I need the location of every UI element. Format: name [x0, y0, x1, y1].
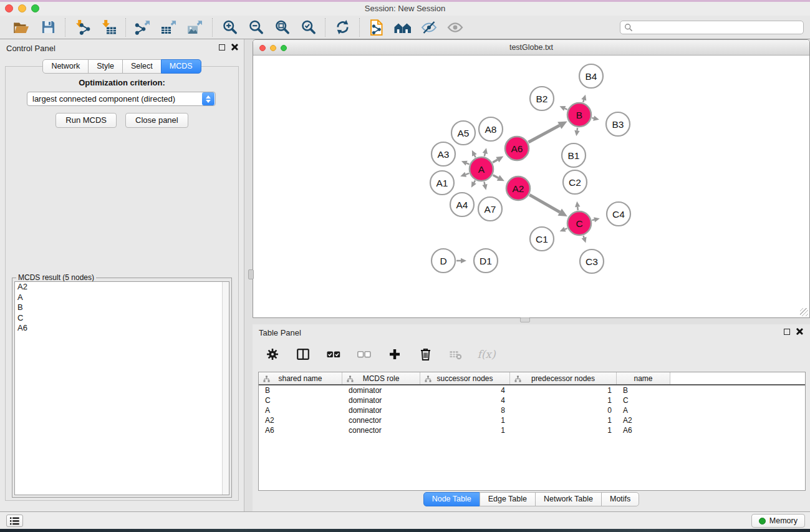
- table-cell[interactable]: A2: [617, 416, 670, 425]
- graph-edge-C-C1[interactable]: [565, 228, 567, 230]
- graph-node-D[interactable]: D: [432, 249, 455, 273]
- table-cell[interactable]: C: [617, 396, 670, 405]
- status-menu-button[interactable]: [6, 515, 23, 527]
- column-header-successor-nodes[interactable]: successor nodes: [420, 372, 510, 384]
- table-cell[interactable]: 8: [420, 406, 510, 415]
- table-cell[interactable]: A: [259, 406, 342, 415]
- save-session-icon[interactable]: [39, 19, 57, 36]
- horizontal-splitter-handle[interactable]: [520, 317, 530, 322]
- search-box[interactable]: [620, 21, 804, 34]
- column-header-predecessor-nodes[interactable]: predecessor nodes: [510, 372, 617, 384]
- add-row-icon[interactable]: [386, 346, 403, 363]
- refresh-icon[interactable]: [334, 19, 351, 36]
- tab-select[interactable]: Select: [122, 59, 162, 74]
- graph-edge-B-B4[interactable]: [583, 100, 584, 102]
- graph-node-C[interactable]: C: [567, 211, 591, 235]
- table-cell[interactable]: connector: [342, 426, 420, 435]
- graph-node-A8[interactable]: A8: [479, 117, 503, 141]
- graph-node-B3[interactable]: B3: [606, 112, 630, 136]
- graph-node-A4[interactable]: A4: [450, 193, 474, 216]
- table-cell[interactable]: A6: [617, 426, 670, 435]
- graph-node-C1[interactable]: C1: [530, 227, 554, 251]
- table-cell[interactable]: 1: [420, 416, 510, 425]
- table-cell[interactable]: 1: [510, 426, 617, 435]
- mcds-result-item[interactable]: C: [15, 313, 229, 324]
- graph-edge-A-A6[interactable]: [493, 160, 498, 162]
- graph-node-B2[interactable]: B2: [530, 87, 554, 110]
- network-graph[interactable]: AA1A2A3A4A5A6A7A8BB1B2B3B4CC1C2C3C4DD1: [253, 56, 809, 317]
- zoom-in-icon[interactable]: [221, 19, 238, 36]
- graph-node-A1[interactable]: A1: [430, 171, 454, 195]
- memory-button[interactable]: Memory: [751, 514, 805, 528]
- tab-edge-table[interactable]: Edge Table: [480, 492, 536, 506]
- table-cell[interactable]: 1: [510, 396, 617, 405]
- table-cell[interactable]: A6: [259, 426, 342, 435]
- graph-node-A6[interactable]: A6: [505, 137, 529, 160]
- import-network-icon[interactable]: [74, 19, 91, 36]
- column-layout-icon[interactable]: [294, 346, 312, 363]
- table-cell[interactable]: B: [617, 386, 670, 395]
- graph-node-B4[interactable]: B4: [579, 64, 603, 88]
- network-window-titlebar[interactable]: testGlobe.txt: [253, 40, 809, 56]
- mcds-result-list[interactable]: A2ABCA6: [14, 281, 229, 495]
- tab-mcds[interactable]: MCDS: [161, 59, 201, 74]
- table-row[interactable]: A6connector11A6: [259, 425, 805, 435]
- result-scrollbar[interactable]: [222, 282, 229, 495]
- export-table-icon[interactable]: [160, 19, 178, 36]
- graph-edge-A-A4[interactable]: [474, 180, 475, 182]
- table-cell[interactable]: connector: [342, 416, 420, 425]
- table-close-panel-icon[interactable]: [796, 328, 803, 335]
- tab-node-table[interactable]: Node Table: [423, 492, 480, 506]
- graph-edge-C-C3[interactable]: [584, 236, 584, 238]
- new-network-from-selection-icon[interactable]: [368, 19, 385, 36]
- column-header-name[interactable]: name: [617, 372, 670, 384]
- graph-edge-A-A5[interactable]: [475, 155, 476, 157]
- table-cell[interactable]: C: [259, 396, 342, 405]
- criterion-dropdown[interactable]: largest connected component (directed): [27, 92, 216, 106]
- table-cell[interactable]: A: [617, 406, 670, 415]
- table-row[interactable]: A2connector11A2: [259, 415, 805, 425]
- mcds-result-item[interactable]: A: [15, 293, 229, 303]
- tab-network-table[interactable]: Network Table: [535, 492, 602, 506]
- graph-edge-A2-C[interactable]: [529, 195, 560, 212]
- table-cell[interactable]: 0: [510, 406, 617, 415]
- table-cell[interactable]: B: [259, 386, 342, 395]
- table-cell[interactable]: dominator: [342, 396, 420, 405]
- float-panel-icon[interactable]: [219, 44, 225, 51]
- column-header-MCDS-role[interactable]: MCDS role: [342, 372, 420, 384]
- graph-edge-B-B2[interactable]: [565, 109, 567, 110]
- export-network-icon[interactable]: [134, 19, 152, 36]
- graph-edge-A-A2[interactable]: [493, 175, 499, 178]
- graph-edge-A-A1[interactable]: [466, 173, 469, 175]
- network-view[interactable]: AA1A2A3A4A5A6A7A8BB1B2B3B4CC1C2C3C4DD1: [253, 56, 809, 317]
- graph-node-C3[interactable]: C3: [580, 249, 604, 273]
- graph-node-D1[interactable]: D1: [474, 249, 498, 273]
- zoom-selected-icon[interactable]: [299, 19, 317, 36]
- tab-network[interactable]: Network: [42, 59, 89, 74]
- graph-edge-C-C4[interactable]: [592, 220, 594, 220]
- graph-edge-B-B3[interactable]: [592, 118, 594, 118]
- import-table-icon[interactable]: [100, 19, 117, 36]
- settings-gear-icon[interactable]: [264, 346, 281, 363]
- mcds-result-item[interactable]: B: [15, 302, 229, 313]
- select-all-icon[interactable]: [325, 346, 342, 363]
- table-cell[interactable]: 1: [420, 426, 510, 435]
- graph-node-A2[interactable]: A2: [506, 177, 530, 200]
- zoom-out-icon[interactable]: [247, 19, 264, 36]
- tab-motifs[interactable]: Motifs: [601, 492, 639, 506]
- zoom-fit-icon[interactable]: [273, 19, 291, 36]
- graph-node-B1[interactable]: B1: [562, 143, 586, 167]
- graph-node-C2[interactable]: C2: [563, 170, 587, 194]
- table-row[interactable]: Bdominator41B: [259, 385, 805, 395]
- table-float-panel-icon[interactable]: [784, 329, 790, 335]
- graph-edge-A-A8[interactable]: [485, 153, 485, 157]
- resize-grip-icon[interactable]: [800, 308, 808, 316]
- open-file-icon[interactable]: [13, 19, 31, 36]
- graph-node-A5[interactable]: A5: [451, 121, 475, 145]
- column-header-shared-name[interactable]: shared name: [259, 372, 342, 384]
- graph-node-B[interactable]: B: [567, 103, 591, 127]
- graph-edge-C-C2[interactable]: [577, 207, 578, 210]
- run-mcds-button[interactable]: Run MCDS: [55, 113, 117, 128]
- graph-edge-A-A7[interactable]: [484, 182, 485, 185]
- graph-node-A[interactable]: A: [470, 157, 493, 181]
